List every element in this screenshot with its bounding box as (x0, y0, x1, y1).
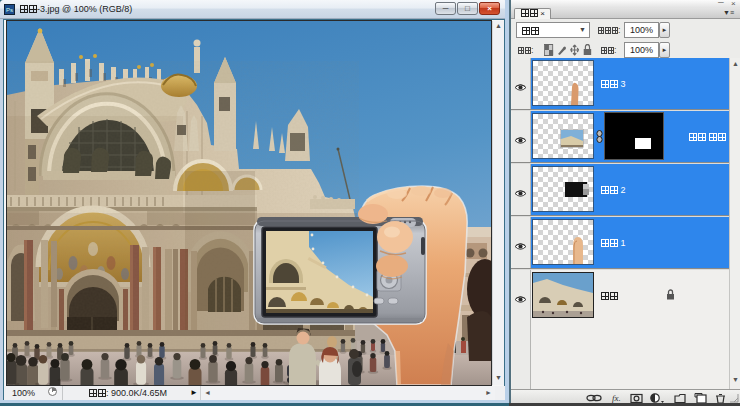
svg-text:fx.: fx. (612, 393, 621, 403)
